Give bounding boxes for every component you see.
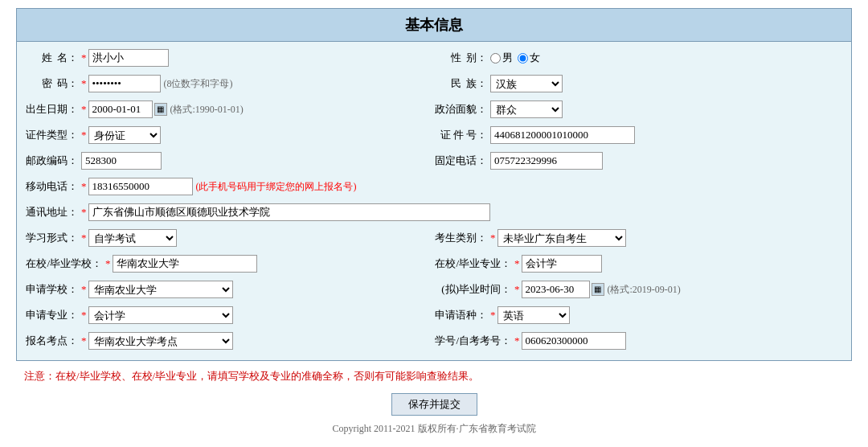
mobile-label: 移动电话：	[25, 179, 81, 194]
gradtime-wrap: ▦	[522, 281, 604, 298]
political-label: 政治面貌：	[434, 102, 490, 117]
gender-female-radio[interactable]	[518, 53, 528, 64]
submit-button[interactable]: 保存并提交	[391, 393, 477, 416]
birth-input[interactable]	[88, 100, 153, 118]
col-name: 姓 名： *	[25, 49, 434, 67]
lang-label: 申请语种：	[434, 308, 490, 322]
studentid-input[interactable]	[522, 332, 626, 350]
political-select[interactable]: 群众 中共党员 共青团员	[490, 100, 563, 118]
school-required: *	[105, 257, 111, 270]
postal-label: 邮政编码：	[25, 154, 81, 168]
row-studytype-studenttype: 学习形式： * 自学考试 函授 全日制 考生类别： * 未毕业广东自考生 已毕业…	[25, 227, 843, 249]
col-gradtime: (拟)毕业时间： * ▦ (格式:2019-09-01)	[434, 281, 843, 298]
idtype-select[interactable]: 身份证 护照 港澳通行证	[88, 126, 161, 144]
gender-female-label[interactable]: 女	[518, 51, 540, 65]
studytype-required: *	[81, 232, 87, 244]
col-applyschool: 申请学校： * 华南农业大学 中山大学	[25, 281, 434, 298]
gradtime-input[interactable]	[522, 281, 590, 298]
col-political: 政治面貌： 群众 中共党员 共青团员	[434, 100, 843, 118]
row-postal-phone: 邮政编码： 固定电话：	[25, 150, 843, 172]
password-input[interactable]	[88, 75, 161, 92]
gradtime-required: *	[514, 283, 520, 296]
major-label: 在校/毕业专业：	[434, 256, 514, 271]
birth-required: *	[81, 103, 87, 116]
studenttype-required: *	[490, 232, 496, 244]
col-idtype: 证件类型： * 身份证 护照 港澳通行证	[25, 126, 434, 144]
studenttype-label: 考生类别：	[434, 231, 490, 245]
studytype-select[interactable]: 自学考试 函授 全日制	[88, 229, 177, 247]
studytype-label: 学习形式：	[25, 231, 81, 245]
lang-select[interactable]: 英语 日语 法语	[497, 306, 570, 324]
birth-calendar-icon[interactable]: ▦	[154, 103, 167, 116]
mobile-input[interactable]	[88, 178, 193, 195]
col-major: 在校/毕业专业： *	[434, 255, 843, 273]
school-input[interactable]	[113, 255, 257, 273]
school-label: 在校/毕业学校：	[25, 256, 105, 271]
name-required: *	[81, 51, 87, 64]
gradtime-calendar-icon[interactable]: ▦	[592, 283, 604, 296]
exampoint-label: 报名考点：	[25, 334, 81, 348]
gender-male-radio[interactable]	[490, 53, 501, 64]
row-applymajor-lang: 申请专业： * 会计学 计算机应用 申请语种： * 英语 日语 法语	[25, 304, 843, 326]
applymajor-required: *	[81, 309, 87, 322]
col-ethnicity: 民 族： 汉族 壮族 满族	[434, 75, 843, 92]
password-label: 密 码：	[25, 76, 81, 91]
col-postal: 邮政编码：	[25, 152, 434, 170]
submit-area: 保存并提交	[16, 393, 852, 416]
mobile-hint: (此手机号码用于绑定您的网上报名号)	[196, 180, 357, 194]
col-password: 密 码： * (8位数字和字母)	[25, 75, 434, 92]
row-password-ethnicity: 密 码： * (8位数字和字母) 民 族： 汉族 壮族 满族	[25, 72, 843, 95]
address-label: 通讯地址：	[25, 205, 81, 219]
gradtime-hint: (格式:2019-09-01)	[608, 283, 681, 297]
ethnicity-label: 民 族：	[434, 76, 490, 91]
major-input[interactable]	[522, 255, 602, 273]
col-school: 在校/毕业学校： *	[25, 255, 434, 273]
exampoint-required: *	[81, 334, 87, 347]
col-birth: 出生日期： * ▦ (格式:1990-01-01)	[25, 100, 434, 118]
col-studytype: 学习形式： * 自学考试 函授 全日制	[25, 229, 434, 247]
page-wrapper: 基本信息 姓 名： * 性 别： 男	[0, 0, 868, 447]
studenttype-select[interactable]: 未毕业广东自考生 已毕业广东自考生 外省自考生	[497, 229, 626, 247]
address-input[interactable]	[88, 203, 490, 221]
name-input[interactable]	[88, 49, 169, 67]
notice-text: 注意：在校/毕业学校、在校/毕业专业，请填写学校及专业的准确全称，否则有可能影响…	[16, 366, 852, 387]
col-studentid: 学号/自考考号： *	[434, 332, 843, 350]
exampoint-select[interactable]: 华南农业大学考点 中山大学考点	[88, 332, 233, 350]
phone-input[interactable]	[490, 152, 603, 170]
ethnicity-select[interactable]: 汉族 壮族 满族	[490, 75, 563, 92]
applyschool-label: 申请学校：	[25, 282, 81, 297]
birth-date-wrap: ▦	[88, 100, 167, 118]
birth-label: 出生日期：	[25, 102, 81, 117]
idtype-label: 证件类型：	[25, 128, 81, 142]
password-hint: (8位数字和字母)	[164, 77, 233, 91]
row-birth-political: 出生日期： * ▦ (格式:1990-01-01) 政治面貌： 群众 中共党员 …	[25, 98, 843, 121]
phone-label: 固定电话：	[434, 154, 490, 168]
applymajor-select[interactable]: 会计学 计算机应用	[88, 306, 233, 324]
row-applyschool-gradtime: 申请学校： * 华南农业大学 中山大学 (拟)毕业时间： * ▦ (格式:201…	[25, 278, 843, 301]
applyschool-select[interactable]: 华南农业大学 中山大学	[88, 281, 233, 298]
col-gender: 性 别： 男 女	[434, 51, 843, 65]
row-mobile: 移动电话： * (此手机号码用于绑定您的网上报名号)	[25, 175, 843, 198]
col-exampoint: 报名考点： * 华南农业大学考点 中山大学考点	[25, 332, 434, 350]
idnum-input[interactable]	[490, 126, 635, 144]
col-phone: 固定电话：	[434, 152, 843, 170]
col-idnum: 证 件 号：	[434, 126, 843, 144]
studentid-label: 学号/自考考号：	[434, 334, 514, 348]
col-studenttype: 考生类别： * 未毕业广东自考生 已毕业广东自考生 外省自考生	[434, 229, 843, 247]
lang-required: *	[490, 309, 496, 322]
row-exampoint-studentid: 报名考点： * 华南农业大学考点 中山大学考点 学号/自考考号： *	[25, 330, 843, 352]
gender-radio-group: 男 女	[490, 51, 540, 65]
form-body: 姓 名： * 性 别： 男 女	[17, 42, 851, 360]
footer-text: Copyright 2011-2021 版权所有·广东省教育考试院	[16, 422, 852, 436]
gender-male-label[interactable]: 男	[490, 51, 513, 65]
postal-input[interactable]	[81, 152, 162, 170]
idnum-label: 证 件 号：	[434, 128, 490, 142]
form-container: 基本信息 姓 名： * 性 别： 男	[16, 8, 852, 361]
row-address: 通讯地址： *	[25, 201, 843, 224]
password-required: *	[81, 77, 87, 90]
name-label: 姓 名：	[25, 51, 81, 65]
gradtime-label: (拟)毕业时间：	[434, 282, 514, 297]
address-required: *	[81, 206, 87, 219]
studentid-required: *	[514, 334, 520, 347]
mobile-required: *	[81, 180, 87, 193]
